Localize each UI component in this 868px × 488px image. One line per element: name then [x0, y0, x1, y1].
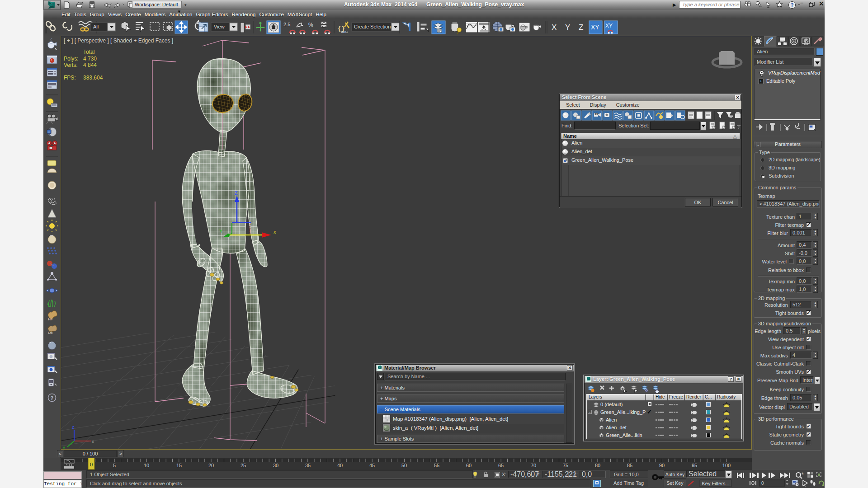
svg-text:Total: Total: [83, 49, 94, 55]
svg-text:XY: XY: [605, 23, 613, 29]
svg-text:70: 70: [531, 463, 536, 468]
svg-text:X: X: [552, 23, 557, 32]
svg-text:Key Filters...: Key Filters...: [702, 481, 729, 486]
svg-text:30: 30: [273, 463, 278, 468]
svg-text:5: 5: [113, 463, 116, 468]
svg-text:35: 35: [305, 463, 311, 468]
svg-text:50: 50: [401, 463, 407, 468]
svg-text:All: All: [93, 24, 99, 29]
svg-text:Ox: Ox: [48, 331, 52, 335]
svg-text:?: ?: [51, 395, 54, 401]
svg-text:z: z: [72, 425, 74, 430]
svg-text:y: y: [63, 445, 65, 449]
svg-text:%: %: [308, 22, 313, 28]
svg-text:?: ?: [791, 2, 794, 8]
svg-text::::: :::: [47, 131, 50, 133]
svg-text:60: 60: [466, 463, 472, 468]
svg-text:65: 65: [498, 463, 504, 468]
svg-text:80: 80: [595, 463, 600, 468]
svg-text:45: 45: [369, 463, 375, 468]
svg-text:100: 100: [722, 463, 731, 468]
svg-text:View: View: [214, 24, 225, 29]
svg-text:XY: XY: [591, 23, 599, 31]
svg-text:Y: Y: [565, 23, 570, 32]
svg-text:0: 0: [90, 462, 93, 467]
svg-text:ABC: ABC: [341, 30, 348, 34]
svg-text:±: ±: [802, 471, 804, 475]
svg-text:383,604: 383,604: [83, 75, 103, 81]
svg-text:55: 55: [434, 463, 439, 468]
svg-text:FPS:: FPS:: [64, 75, 76, 81]
svg-text:95: 95: [692, 463, 697, 468]
svg-text:Y: Y: [219, 229, 223, 234]
svg-text:75: 75: [563, 463, 568, 468]
svg-text:40: 40: [337, 463, 343, 468]
svg-text:0: 0: [761, 481, 764, 486]
svg-text:85: 85: [627, 463, 632, 468]
svg-text:25: 25: [241, 463, 246, 468]
svg-text:20: 20: [208, 463, 214, 468]
svg-text:x: x: [274, 229, 276, 235]
svg-text:4 844: 4 844: [83, 62, 97, 68]
svg-text:Z: Z: [579, 23, 583, 32]
svg-text:15: 15: [176, 463, 182, 468]
svg-text:4 730: 4 730: [83, 56, 97, 62]
svg-text:90: 90: [659, 463, 665, 468]
svg-text:Z: Z: [235, 190, 238, 196]
svg-text:[ + ] [ Perspective ] [ Shaded: [ + ] [ Perspective ] [ Shaded + Edged F…: [64, 38, 173, 44]
svg-text:2.5: 2.5: [283, 22, 290, 27]
svg-text:HF: HF: [48, 317, 53, 321]
svg-text:Verts:: Verts:: [64, 62, 78, 68]
svg-text:Polys:: Polys:: [64, 56, 79, 62]
svg-text:x: x: [92, 439, 94, 444]
svg-text:10: 10: [144, 463, 149, 468]
